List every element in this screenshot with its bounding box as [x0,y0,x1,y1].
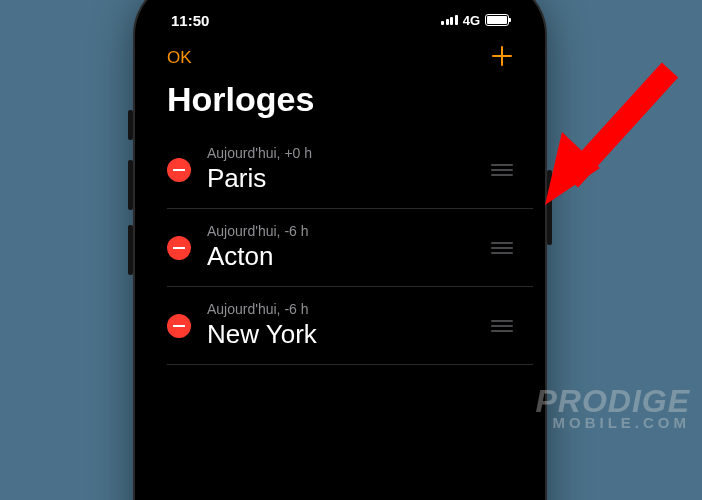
status-time: 11:50 [171,12,209,29]
signal-icon [441,15,458,25]
svg-marker-1 [545,132,600,205]
phone-screen: 11:50 4G OK Horloges Aujourd'hui, +0 h [147,0,533,500]
nav-bar: OK [147,36,533,80]
add-button[interactable] [491,44,513,72]
clock-offset: Aujourd'hui, +0 h [207,145,475,161]
clock-city: Paris [207,163,475,194]
delete-button[interactable] [167,158,191,182]
clock-offset: Aujourd'hui, -6 h [207,301,475,317]
clock-row[interactable]: Aujourd'hui, -6 h Acton [167,209,533,287]
clock-offset: Aujourd'hui, -6 h [207,223,475,239]
arrow-annotation-icon [540,60,690,220]
battery-icon [485,14,509,26]
notch [250,0,430,20]
page-title: Horloges [147,80,533,131]
watermark-line1: PRODIGE [535,385,690,417]
ok-button[interactable]: OK [167,48,192,68]
watermark-line2: MOBILE.COM [535,415,690,430]
clock-row[interactable]: Aujourd'hui, -6 h New York [167,287,533,365]
delete-button[interactable] [167,314,191,338]
delete-button[interactable] [167,236,191,260]
clock-city: Acton [207,241,475,272]
watermark: PRODIGE MOBILE.COM [535,385,690,430]
clock-list: Aujourd'hui, +0 h Paris Aujourd'hui, -6 … [147,131,533,365]
clock-city: New York [207,319,475,350]
drag-handle-icon[interactable] [491,242,513,254]
drag-handle-icon[interactable] [491,164,513,176]
phone-frame: 11:50 4G OK Horloges Aujourd'hui, +0 h [135,0,545,500]
drag-handle-icon[interactable] [491,320,513,332]
clock-row[interactable]: Aujourd'hui, +0 h Paris [167,131,533,209]
network-label: 4G [463,13,480,28]
svg-line-0 [570,70,670,180]
plus-icon [491,45,513,67]
